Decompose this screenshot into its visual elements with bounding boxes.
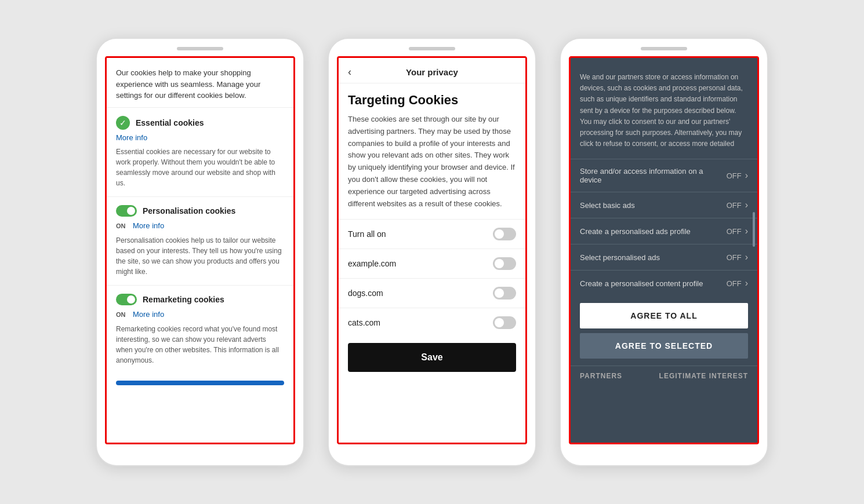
personalisation-on-label: ON	[116, 222, 126, 229]
phone-2-header-title: Your privacy	[406, 67, 458, 77]
personalisation-desc: Personalisation cookies help us to tailo…	[116, 235, 284, 277]
store-access-value: OFF	[727, 171, 742, 180]
phone-3-footer: PARTNERS LEGITIMATE INTEREST	[571, 366, 757, 386]
phone-3-screen: We and our partners store or access info…	[569, 56, 759, 444]
personalised-content-profile-value: OFF	[727, 279, 742, 288]
example-com-row: example.com	[339, 249, 525, 278]
remarketing-header: Remarketing cookies	[116, 294, 284, 305]
essential-more-info[interactable]: More info	[116, 133, 284, 142]
phone-1-device: Our cookies help to make your shopping e…	[96, 38, 304, 466]
example-com-toggle[interactable]	[493, 257, 516, 270]
essential-checkmark-icon: ✓	[116, 116, 130, 130]
turn-all-on-row: Turn all on	[339, 219, 525, 249]
select-personalised-ads-row: Select personalised ads OFF ›	[571, 244, 757, 270]
personalisation-cookies-section: Personalisation cookies ON More info Per…	[107, 196, 293, 285]
phone-1-notch	[177, 47, 223, 50]
phone-3-intro: We and our partners store or access info…	[571, 58, 757, 159]
store-access-row: Store and/or access information on a dev…	[571, 159, 757, 192]
dogs-com-label: dogs.com	[348, 288, 383, 298]
personalised-content-profile-label: Create a personalised content profile	[580, 279, 727, 288]
phone-1-screen: Our cookies help to make your shopping e…	[105, 56, 295, 444]
scrollbar[interactable]	[753, 212, 755, 247]
remarketing-desc: Remarketing cookies record what you've f…	[116, 324, 284, 366]
remarketing-on-label: ON	[116, 311, 126, 318]
partners-label[interactable]: PARTNERS	[580, 372, 622, 380]
back-button[interactable]: ‹	[348, 66, 351, 78]
select-basic-ads-label: Select basic ads	[580, 201, 727, 210]
phone-3-notch	[641, 47, 687, 50]
dogs-com-toggle[interactable]	[493, 287, 516, 300]
personalisation-title: Personalisation cookies	[143, 206, 235, 216]
phone-2-device: ‹ Your privacy Targeting Cookies These c…	[328, 38, 536, 466]
example-com-label: example.com	[348, 259, 396, 268]
personalised-ads-profile-row: Create a personalised ads profile OFF ›	[571, 218, 757, 244]
personalised-ads-profile-value: OFF	[727, 227, 742, 236]
essential-title: Essential cookies	[136, 118, 204, 127]
essential-desc: Essential cookies are necessary for our …	[116, 147, 284, 188]
select-basic-ads-value: OFF	[727, 201, 742, 210]
essential-header: ✓ Essential cookies	[116, 116, 284, 130]
personalisation-more-info[interactable]: More info	[133, 221, 164, 230]
personalisation-toggle[interactable]	[116, 205, 137, 217]
phone-2-notch	[409, 47, 455, 50]
phone-3: We and our partners store or access info…	[560, 38, 768, 466]
personalised-content-profile-chevron-icon[interactable]: ›	[745, 278, 748, 288]
select-personalised-ads-label: Select personalised ads	[580, 253, 727, 262]
remarketing-toggle[interactable]	[116, 294, 137, 305]
turn-all-on-label: Turn all on	[348, 229, 386, 239]
personalised-ads-profile-chevron-icon[interactable]: ›	[745, 226, 748, 236]
save-button[interactable]: Save	[348, 343, 516, 372]
store-access-chevron-icon[interactable]: ›	[745, 170, 748, 181]
cats-com-toggle[interactable]	[493, 316, 516, 329]
select-personalised-ads-chevron-icon[interactable]: ›	[745, 252, 748, 262]
select-personalised-ads-value: OFF	[727, 253, 742, 262]
personalisation-header: Personalisation cookies	[116, 205, 284, 217]
phone-1: Our cookies help to make your shopping e…	[96, 38, 304, 466]
phone-2: ‹ Your privacy Targeting Cookies These c…	[328, 38, 536, 466]
phone-2-screen: ‹ Your privacy Targeting Cookies These c…	[337, 56, 527, 444]
store-access-label: Store and/or access information on a dev…	[580, 167, 727, 184]
cookie-intro-text: Our cookies help to make your shopping e…	[107, 58, 293, 107]
essential-cookies-section: ✓ Essential cookies More info Essential …	[107, 107, 293, 196]
targeting-cookies-desc: These cookies are set through our site b…	[339, 114, 525, 219]
agree-to-all-button[interactable]: AGREE TO ALL	[580, 303, 748, 328]
personalised-content-profile-row: Create a personalised content profile OF…	[571, 270, 757, 296]
personalised-ads-profile-label: Create a personalised ads profile	[580, 227, 727, 236]
select-basic-ads-chevron-icon[interactable]: ›	[745, 200, 748, 210]
remarketing-more-info[interactable]: More info	[133, 310, 164, 319]
cats-com-label: cats.com	[348, 318, 380, 327]
legitimate-interest-label[interactable]: LEGITIMATE INTEREST	[659, 372, 748, 380]
turn-all-on-toggle[interactable]	[493, 228, 516, 240]
dogs-com-row: dogs.com	[339, 278, 525, 308]
cats-com-row: cats.com	[339, 308, 525, 337]
targeting-cookies-title: Targeting Cookies	[339, 83, 525, 114]
remarketing-title: Remarketing cookies	[143, 295, 224, 304]
phone-3-device: We and our partners store or access info…	[560, 38, 768, 466]
agree-to-selected-button[interactable]: AGREE TO SELECTED	[580, 333, 748, 359]
phone-2-header: ‹ Your privacy	[339, 58, 525, 83]
select-basic-ads-row: Select basic ads OFF ›	[571, 192, 757, 218]
phone-1-progress-bar	[116, 381, 284, 385]
remarketing-cookies-section: Remarketing cookies ON More info Remarke…	[107, 285, 293, 374]
